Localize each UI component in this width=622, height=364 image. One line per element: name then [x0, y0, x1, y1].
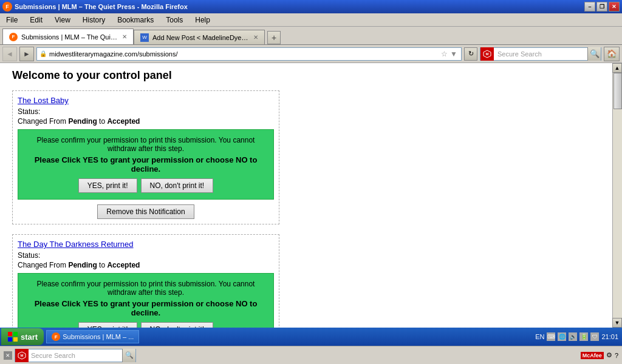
menu-bookmarks[interactable]: Bookmarks: [114, 15, 157, 25]
mcafee-area: McAfee ⚙ ?: [581, 351, 618, 359]
tab-bar: F Submissions | MLM – The Quiet Press ✕ …: [0, 27, 622, 45]
tab-favicon: F: [9, 33, 18, 41]
confirm-text-2: Please confirm your permission to print …: [37, 280, 255, 297]
taskbar-firefox-icon: F: [52, 332, 60, 341]
shield-icon: M: [483, 50, 491, 58]
notification-block-1: The Lost Baby Status: Changed From Pendi…: [12, 90, 279, 224]
bold-instruction-2: Please Click YES to grant your permissio…: [24, 299, 267, 317]
status-mcafee-icon: M: [15, 349, 29, 362]
address-text: midwestliterarymagazine.com/submissions/: [49, 50, 440, 58]
battery-icon: 🔋: [579, 332, 588, 341]
svg-rect-3: [13, 332, 18, 336]
confirm-text-1: Please confirm your permission to print …: [37, 136, 255, 153]
tab-favicon-2: W: [140, 33, 149, 42]
taskbar-window-label: Submissions | MLM – ...: [63, 333, 134, 340]
search-input-text[interactable]: Secure Search: [495, 50, 587, 58]
svg-text:M: M: [486, 52, 489, 56]
permission-box-1: Please confirm your permission to print …: [18, 129, 274, 200]
menu-file[interactable]: File: [2, 15, 21, 25]
svg-rect-4: [8, 337, 12, 342]
submission-link-2[interactable]: The Day The Darkness Returned: [18, 240, 274, 249]
tab-label: Submissions | MLM – The Quiet Press: [21, 33, 118, 41]
status-search-text: Secure Search: [29, 352, 122, 359]
status-left: ✕ M Secure Search 🔍: [4, 349, 136, 362]
mcafee-help[interactable]: ?: [615, 352, 618, 359]
status-search-bar[interactable]: M Secure Search 🔍: [15, 349, 136, 362]
mcafee-logo: McAfee: [581, 352, 604, 359]
start-button[interactable]: start: [1, 328, 44, 345]
bold-instruction-1: Please Click YES to grant your permissio…: [24, 155, 267, 174]
address-bar: ◄ ► 🔒 midwestliterarymagazine.com/submis…: [0, 45, 622, 63]
page-content: Welcome to your control panel The Lost B…: [0, 63, 622, 346]
start-label: start: [21, 332, 38, 342]
windows-logo-icon: [7, 331, 18, 342]
status-label-1: Status:: [18, 107, 274, 116]
page-title: Welcome to your control panel: [12, 69, 610, 82]
new-tab-button[interactable]: +: [267, 31, 281, 44]
network-icon: 🌐: [558, 332, 566, 341]
restore-button[interactable]: ❐: [596, 2, 607, 12]
keyboard-icon: ⌨: [547, 332, 555, 341]
refresh-button[interactable]: ↻: [464, 47, 477, 61]
firefox-logo: F: [2, 2, 12, 12]
mcafee-search-icon: M: [480, 47, 494, 61]
security-icon: 🛡: [590, 332, 599, 341]
status-change-2: Changed From Pending to Accepted: [18, 261, 274, 269]
tab-madeline[interactable]: W Add New Post < MadelineDyer.co.uk — W.…: [134, 30, 265, 44]
volume-icon: 🔊: [569, 332, 577, 341]
tab-submissions[interactable]: F Submissions | MLM – The Quiet Press ✕: [2, 29, 134, 44]
search-bar[interactable]: M Secure Search 🔍: [480, 47, 601, 61]
clock: 21:01: [601, 333, 618, 340]
window-controls: – ❐ ✕: [584, 2, 620, 12]
tab-label-2: Add New Post < MadelineDyer.co.uk — W...: [152, 34, 250, 41]
scrollbar-up-button[interactable]: ▲: [612, 63, 622, 73]
back-button[interactable]: ◄: [2, 47, 17, 61]
locale-indicator: EN: [535, 333, 544, 340]
minimize-button[interactable]: –: [584, 2, 595, 12]
submission-link-1[interactable]: The Lost Baby: [18, 96, 274, 105]
status-change-1: Changed From Pending to Accepted: [18, 117, 274, 126]
svg-text:M: M: [21, 354, 24, 357]
yes-print-button-1[interactable]: YES, print it!: [78, 178, 137, 193]
tab-close-button[interactable]: ✕: [122, 33, 127, 40]
address-input-wrap[interactable]: 🔒 midwestliterarymagazine.com/submission…: [36, 47, 462, 61]
svg-rect-5: [13, 337, 18, 342]
close-button[interactable]: ✕: [609, 2, 620, 12]
status-close-button[interactable]: ✕: [4, 351, 12, 360]
status-bar: ✕ M Secure Search 🔍 McAfee ⚙ ?: [0, 346, 622, 364]
remove-notification-button-1[interactable]: Remove this Notification: [97, 204, 194, 219]
scrollbar-down-button[interactable]: ▼: [612, 318, 622, 328]
rss-icon: ▼: [450, 50, 457, 58]
window-title: Submissions | MLM – The Quiet Press - Mo…: [15, 3, 188, 10]
tab-close-button-2[interactable]: ✕: [253, 34, 258, 41]
status-search-button[interactable]: 🔍: [122, 349, 135, 362]
svg-rect-2: [8, 332, 12, 336]
menu-help[interactable]: Help: [191, 15, 214, 25]
menu-history[interactable]: History: [79, 15, 109, 25]
taskbar: start F Submissions | MLM – ... EN ⌨ 🌐 🔊…: [0, 328, 622, 346]
no-print-button-1[interactable]: NO, don't print it!: [141, 178, 214, 193]
menu-view[interactable]: View: [51, 15, 74, 25]
menu-bar: File Edit View History Bookmarks Tools H…: [0, 13, 622, 27]
bookmark-star-icon[interactable]: ☆: [441, 50, 448, 58]
menu-edit[interactable]: Edit: [26, 15, 46, 25]
menu-tools[interactable]: Tools: [162, 15, 186, 25]
title-bar: F Submissions | MLM – The Quiet Press - …: [0, 0, 622, 13]
taskbar-firefox-button[interactable]: F Submissions | MLM – ...: [46, 330, 139, 343]
status-label-2: Status:: [18, 251, 274, 260]
forward-button[interactable]: ►: [19, 47, 34, 61]
scrollbar-track: ▲ ▼: [612, 63, 622, 328]
search-submit-button[interactable]: 🔍: [587, 47, 601, 61]
scrollbar-thumb[interactable]: [613, 73, 622, 109]
home-button[interactable]: 🏠: [604, 47, 620, 61]
address-lock-icon: 🔒: [39, 50, 47, 57]
mcafee-status: ⚙: [606, 351, 612, 359]
taskbar-right: EN ⌨ 🌐 🔊 🔋 🛡 21:01: [535, 332, 622, 341]
status-shield-icon: M: [18, 351, 26, 360]
